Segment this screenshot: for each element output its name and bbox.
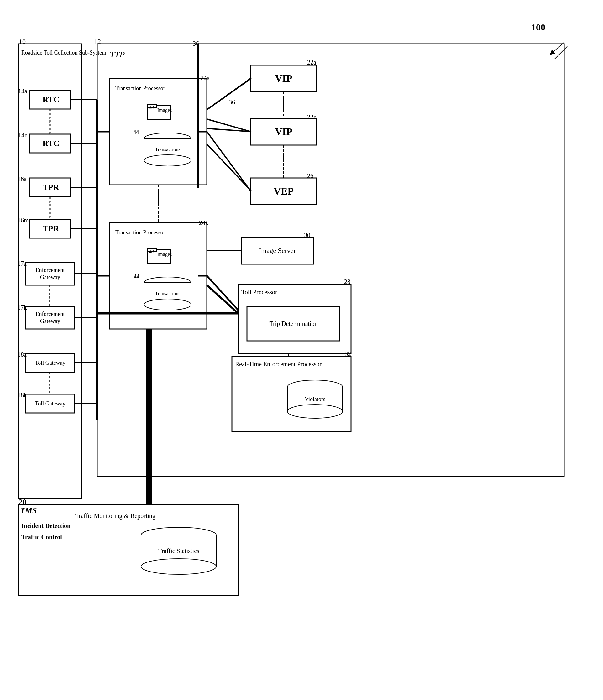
ref-17a: 17a xyxy=(18,260,27,267)
ref-22n: 22n xyxy=(307,114,317,121)
ref-17k: 17k xyxy=(18,304,27,311)
svg-line-35 xyxy=(207,276,238,310)
ref-24a: 24a xyxy=(200,75,210,82)
ref-18a: 18a xyxy=(18,351,27,358)
svg-line-72 xyxy=(207,285,238,313)
tp-24a-images-label: Images xyxy=(157,107,172,113)
ref-14n: 14n xyxy=(18,132,28,139)
tp-24k-num2: 44 xyxy=(134,273,140,280)
tms-label: TMS xyxy=(20,506,37,516)
ref-16a: 16a xyxy=(18,175,27,183)
left-subsystem-label: Roadside Toll Collection Sub-System xyxy=(21,49,106,57)
ref-32: 32 xyxy=(345,350,351,357)
svg-text:Violators: Violators xyxy=(305,396,325,402)
tpr-16m: TPR xyxy=(31,221,71,237)
svg-text:Traffic Statistics: Traffic Statistics xyxy=(158,547,199,554)
violators-cylinder: Violators xyxy=(285,379,345,420)
enforcement-gateway-17k: Enforcement Gateway xyxy=(27,308,73,328)
svg-line-69 xyxy=(207,128,251,132)
svg-line-95 xyxy=(555,46,567,59)
tp-24k-transactions: Transactions 44 xyxy=(143,276,193,310)
trip-determination: Trip Determination xyxy=(248,308,339,340)
tp-24k-images-label: Images xyxy=(157,252,172,257)
tp-24k-label: Transaction Processor xyxy=(113,226,168,239)
tp-24a-label: Transaction Processor xyxy=(113,82,168,95)
tp-24k-images: 43 Images xyxy=(147,246,172,266)
tp-24a-images: 43 Images xyxy=(147,102,172,122)
traffic-stats-cylinder: Traffic Statistics xyxy=(138,526,219,577)
tms-traffic-label: Traffic Monitoring & Reporting xyxy=(75,511,155,521)
rtc-14a: RTC xyxy=(31,92,71,108)
tp-24a-num2: 44 xyxy=(133,129,139,136)
ref-26: 26 xyxy=(307,172,313,179)
ref-36b: 36 xyxy=(229,99,235,106)
tp-24a-transactions: Transactions 44 xyxy=(143,132,193,166)
svg-line-32 xyxy=(207,132,251,191)
toll-gateway-18k: Toll Gateway xyxy=(27,395,73,412)
ttp-label: TTP xyxy=(110,50,125,59)
ref-20: 20 xyxy=(19,498,26,506)
tp-24k-num: 43 xyxy=(149,249,154,255)
tpr-16a: TPR xyxy=(31,179,71,196)
ref-10: 10 xyxy=(19,38,26,46)
tms-content-left: Incident Detection Traffic Control xyxy=(21,520,71,543)
image-server-30: Image Server xyxy=(243,239,312,263)
ref-16m: 16m xyxy=(18,217,29,224)
vip-22a: VIP xyxy=(252,67,315,91)
ref-36a: 36 xyxy=(193,40,199,47)
ref-18k: 18k xyxy=(18,392,27,399)
vep-26: VEP xyxy=(252,179,315,203)
svg-text:Transactions: Transactions xyxy=(155,147,180,152)
ref-14a: 14a xyxy=(18,88,27,95)
ref-30: 30 xyxy=(304,232,310,239)
toll-gateway-18a: Toll Gateway xyxy=(27,355,73,371)
rte-32-label: Real-Time Enforcement Processor xyxy=(235,360,321,369)
svg-point-63 xyxy=(141,559,216,574)
svg-point-59 xyxy=(287,404,342,418)
enforcement-gateway-17a: Enforcement Gateway xyxy=(27,264,73,284)
svg-point-55 xyxy=(144,299,191,310)
ref-100: 100 xyxy=(531,22,545,32)
tp-24a-num: 43 xyxy=(149,105,154,110)
svg-line-70 xyxy=(207,144,251,191)
ref-28: 28 xyxy=(344,278,351,285)
ref-24k: 24k xyxy=(199,219,209,227)
svg-point-49 xyxy=(144,155,191,166)
ref-12: 12 xyxy=(94,38,101,46)
toll-processor-28-label: Toll Processor xyxy=(241,288,278,296)
ref-22a: 22a xyxy=(307,59,316,66)
svg-line-30 xyxy=(207,119,251,132)
svg-text:Transactions: Transactions xyxy=(155,291,180,296)
vip-22n: VIP xyxy=(252,120,315,144)
rtc-14n: RTC xyxy=(31,135,71,152)
